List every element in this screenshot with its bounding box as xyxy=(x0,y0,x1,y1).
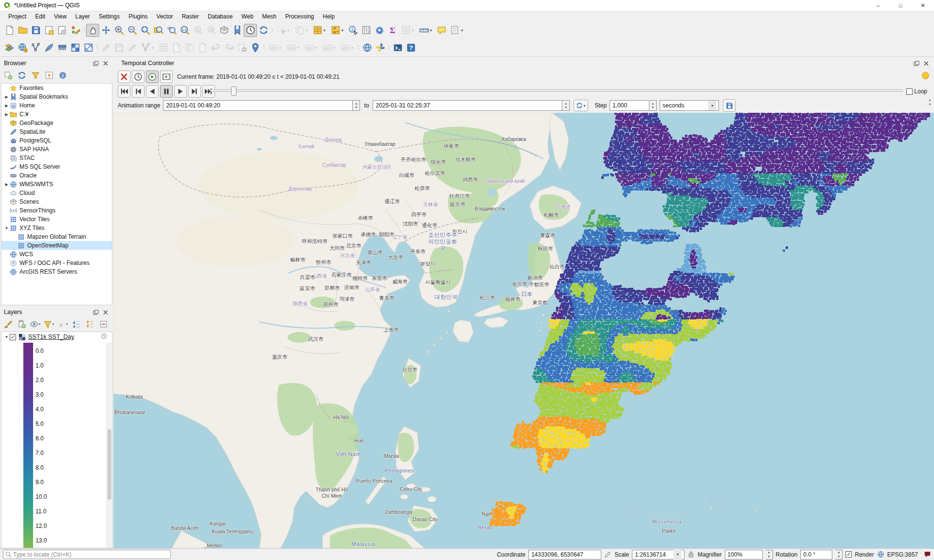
menu-help[interactable]: Help xyxy=(319,12,340,21)
layers-close-icon[interactable] xyxy=(101,309,109,316)
select-features-button[interactable]: ▼ xyxy=(274,24,292,37)
crs-globe-icon[interactable] xyxy=(877,551,884,558)
browser-item-vector-tiles[interactable]: Vector Tiles xyxy=(1,215,112,224)
layer-diagram-button[interactable]: ▼ xyxy=(284,41,302,54)
temporal-float-icon[interactable] xyxy=(912,60,920,67)
browser-item-scenes[interactable]: Scenes xyxy=(1,197,112,206)
dropdown-arrow-icon[interactable]: ▼ xyxy=(315,46,318,50)
dropdown-arrow-icon[interactable]: ▼ xyxy=(279,46,282,50)
tree-expander-icon[interactable]: ▶ xyxy=(3,112,10,117)
paste-features-button[interactable] xyxy=(196,41,209,54)
add-vector-layer-button[interactable] xyxy=(29,41,42,54)
browser-item-postgresql[interactable]: PostgreSQL xyxy=(1,136,112,145)
open-attribute-table-selected-button[interactable]: ▼ xyxy=(310,24,328,37)
dropdown-arrow-icon[interactable]: ▼ xyxy=(351,46,354,50)
zoom-native-button[interactable] xyxy=(178,24,191,37)
zoom-out-button[interactable] xyxy=(126,24,139,37)
dropdown-arrow-icon[interactable]: ▼ xyxy=(412,29,415,32)
menu-project[interactable]: Project xyxy=(4,12,31,21)
processing-toolbox-button[interactable] xyxy=(373,24,386,37)
messages-icon[interactable] xyxy=(924,551,931,558)
dropdown-arrow-icon[interactable]: ▼ xyxy=(323,29,326,32)
panel-scroll-up-icon[interactable]: ▲ xyxy=(927,98,933,102)
loop-checkbox[interactable] xyxy=(906,88,913,95)
add-delimited-text-layer-button[interactable] xyxy=(55,41,69,54)
add-spatialite-layer-button[interactable] xyxy=(42,41,55,54)
pan-map-to-selection-button[interactable] xyxy=(99,24,112,37)
identify-features-button[interactable] xyxy=(346,24,359,37)
locator-box[interactable] xyxy=(3,550,171,559)
render-checkbox[interactable]: ✓ xyxy=(845,551,852,558)
rotation-value[interactable]: 0.0 ° xyxy=(800,550,832,560)
animation-slider-handle[interactable] xyxy=(231,87,236,96)
browser-item-c[interactable]: ▶C:¥ xyxy=(1,110,112,119)
temporal-controller-panel-button[interactable] xyxy=(244,24,257,37)
filter-by-expression-button[interactable]: ▼ xyxy=(56,318,69,330)
step-units-combo[interactable]: seconds▼ xyxy=(660,100,719,111)
browser-close-icon[interactable] xyxy=(101,60,109,67)
filter-legend-button[interactable]: ▼ xyxy=(43,318,55,330)
map-tips-button[interactable] xyxy=(435,24,448,37)
browser-item-sap-hana[interactable]: SAP HANA xyxy=(1,145,112,154)
zoom-in-button[interactable] xyxy=(112,24,126,37)
menu-settings[interactable]: Settings xyxy=(94,12,124,21)
temporal-close-icon[interactable] xyxy=(922,60,930,67)
browser-item-stac[interactable]: STAC xyxy=(1,154,112,162)
menu-layer[interactable]: Layer xyxy=(71,12,94,21)
lock-scale-icon[interactable] xyxy=(687,551,695,558)
extents-icon[interactable] xyxy=(604,551,611,558)
new-print-layout-button[interactable] xyxy=(42,24,55,37)
add-feature-button[interactable] xyxy=(126,41,139,54)
scale-combo[interactable]: 1:26136714▼ xyxy=(632,550,684,560)
layer-labeling-button[interactable]: ▼ xyxy=(266,41,284,54)
toggle-editing-button[interactable] xyxy=(99,41,112,54)
rotation-spinner[interactable]: ▲▼ xyxy=(835,550,843,560)
add-selected-layers-button[interactable] xyxy=(2,70,14,81)
refresh-browser-button[interactable] xyxy=(16,70,28,81)
browser-item-home[interactable]: ▶Home xyxy=(1,101,112,110)
expand-all-layers-button[interactable] xyxy=(70,318,82,330)
menu-database[interactable]: Database xyxy=(203,12,237,21)
manage-map-themes-button[interactable]: ▼ xyxy=(29,318,41,330)
browser-item-spatial-bookmarks[interactable]: ▶Spatial Bookmarks xyxy=(1,92,112,101)
export-animation-button[interactable] xyxy=(723,99,736,112)
browser-item-geopackage[interactable]: GeoPackage xyxy=(1,119,112,127)
range-end-spinner[interactable]: ▲▼ xyxy=(562,100,570,111)
previous-frame-button[interactable] xyxy=(132,85,144,98)
osm-place-search-button[interactable] xyxy=(391,41,404,54)
step-spinner[interactable]: ▲▼ xyxy=(649,100,657,111)
save-layer-edits-button[interactable] xyxy=(112,41,126,54)
step-value-input[interactable]: 1,000 xyxy=(610,100,649,111)
magnifier-value[interactable]: 100% xyxy=(725,550,763,560)
browser-item-mapzen-global-terrain[interactable]: Mapzen Global Terrain xyxy=(1,232,112,241)
layers-float-icon[interactable] xyxy=(91,309,100,316)
pan-map-button[interactable] xyxy=(86,24,99,37)
range-start-input[interactable]: 2019-01-01 00:49:20 xyxy=(163,100,353,111)
map-canvas[interactable]: ХабаровскПриморский крайВладивостокУлаан… xyxy=(113,113,934,548)
browser-item-arcgis-rest-servers[interactable]: ArcGIS REST Servers xyxy=(1,267,112,276)
metasearch-button[interactable] xyxy=(360,41,374,54)
range-end-input[interactable]: 2025-01-31 02:25:37 xyxy=(373,100,562,111)
minimize-button[interactable]: – xyxy=(867,0,889,11)
show-statistics-button[interactable] xyxy=(386,24,399,37)
add-wms-layer-button[interactable] xyxy=(16,41,29,54)
dropdown-arrow-icon[interactable]: ▼ xyxy=(305,29,308,32)
maximize-button[interactable]: □ xyxy=(889,0,912,11)
close-button[interactable]: ✕ xyxy=(912,0,934,11)
deselect-features-button[interactable]: ▼ xyxy=(292,24,310,37)
open-attribute-table-button[interactable]: ▼ xyxy=(399,24,417,37)
show-layout-manager-button[interactable] xyxy=(55,24,69,37)
browser-item-spatialite[interactable]: SpatiaLite xyxy=(1,127,112,136)
change-label-button[interactable]: ▼ xyxy=(320,41,338,54)
properties-widget-button[interactable] xyxy=(56,70,69,81)
movie-navigation-button[interactable] xyxy=(160,70,173,83)
statistical-summary-button[interactable] xyxy=(359,24,373,37)
browser-item-oracle[interactable]: Oracle xyxy=(1,171,112,180)
range-start-spinner[interactable]: ▲▼ xyxy=(353,100,360,111)
layer-row[interactable]: ▾ ✓ SST1k SST_Day xyxy=(1,332,112,342)
menu-view[interactable]: View xyxy=(50,12,71,21)
zoom-full-button[interactable] xyxy=(139,24,152,37)
delete-selected-button[interactable] xyxy=(157,41,170,54)
collapse-all-button[interactable] xyxy=(43,70,55,81)
temporal-navigation-off-button[interactable] xyxy=(118,70,130,83)
